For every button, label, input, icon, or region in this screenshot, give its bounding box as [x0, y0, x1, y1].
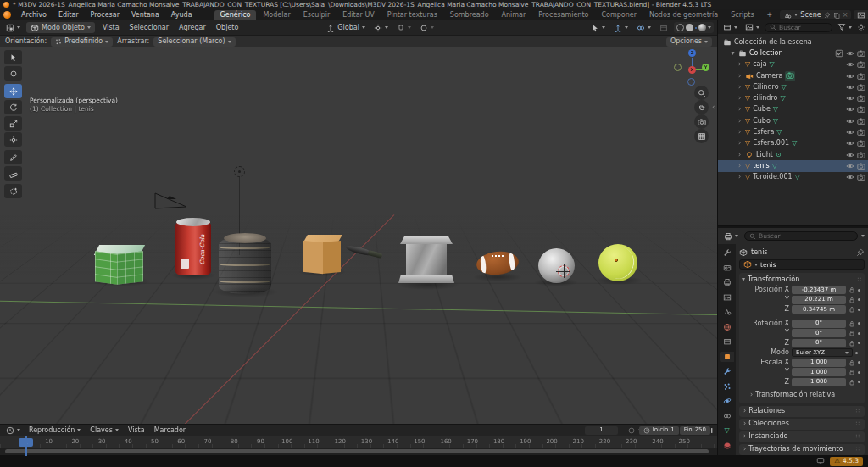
pin-icon[interactable] [824, 12, 831, 19]
animate-dot[interactable] [858, 298, 860, 301]
tool-cursor[interactable] [4, 66, 22, 81]
tab-view-layer[interactable] [720, 292, 734, 303]
menu-item[interactable]: Ayuda [166, 11, 198, 19]
transform-value-field[interactable]: -0.23437 m [792, 286, 846, 294]
tab-particles[interactable] [720, 381, 734, 392]
viewport-3d[interactable]: Personalizada (perspectiva) (1) Collecti… [0, 47, 717, 424]
lock-icon[interactable] [849, 340, 855, 347]
camera-visibility-icon[interactable] [857, 49, 865, 58]
viewport-menu-item[interactable]: Objeto [212, 23, 243, 33]
camera-object[interactable] [153, 188, 192, 215]
tab-object-data[interactable]: ▽ [720, 425, 734, 436]
coke-can-object[interactable]: Coca-Cola [175, 218, 212, 277]
timeline-menu-marker[interactable]: Marcador [151, 426, 189, 435]
gizmos-toggle[interactable] [611, 22, 631, 33]
version-badge[interactable]: ⚠ 4.5.3 [830, 457, 863, 466]
tool-annotate[interactable] [4, 150, 22, 164]
gizmo-z-ball[interactable]: Z [688, 49, 696, 57]
tab-render[interactable] [720, 263, 734, 273]
lock-icon[interactable] [849, 330, 855, 336]
outliner-scene-collection[interactable]: Colección de la escena [718, 36, 868, 47]
outliner-item-caja[interactable]: ›▽ caja ▽ [718, 59, 868, 70]
animate-dot[interactable] [858, 289, 860, 292]
workspace-tab[interactable]: Scripts [725, 10, 760, 20]
properties-search-input[interactable] [759, 232, 853, 240]
eye-icon[interactable] [846, 105, 854, 114]
tab-output[interactable] [720, 277, 734, 287]
properties-editor-dropdown[interactable] [721, 231, 741, 242]
copy-icon[interactable] [833, 12, 840, 19]
outliner-item-esfera[interactable]: ›▽ Esfera ▽ [718, 126, 868, 137]
outliner-item-cilindro2[interactable]: ›▽ cilindro ▽ [718, 92, 868, 103]
tab-collection[interactable] [720, 336, 734, 347]
workspace-tab[interactable]: Procesamiento [532, 10, 594, 20]
knife-object[interactable] [346, 242, 385, 261]
eye-icon[interactable] [846, 151, 854, 159]
properties-options-dropdown[interactable] [861, 235, 865, 237]
outliner-collection[interactable]: ▾ Collection [718, 47, 868, 58]
mode-dropdown[interactable]: Modo Objeto [26, 22, 95, 33]
viewport-menu-item[interactable]: Seleccionar [125, 23, 173, 33]
lock-icon[interactable] [849, 306, 855, 313]
collapsed-panel[interactable]: › Relaciones ∷ [739, 406, 865, 417]
outliner-item-esfera001[interactable]: ›▽ Esfera.001 ▽ [718, 138, 868, 149]
cardboard-box-object[interactable] [303, 235, 341, 273]
zoom-button[interactable] [694, 86, 709, 100]
tab-scene[interactable] [720, 307, 734, 317]
snap-toggle[interactable] [394, 22, 414, 33]
transform-value-field[interactable]: 0° [792, 320, 846, 328]
drag-action-dropdown[interactable]: Seleccionar (Marco) [153, 37, 235, 47]
gizmo-x-ball[interactable]: X [688, 66, 696, 74]
animate-dot[interactable] [858, 381, 860, 383]
properties-search[interactable] [744, 231, 858, 241]
tool-rotate[interactable] [4, 100, 22, 114]
tab-tool[interactable] [720, 247, 734, 258]
outliner-item-cubo[interactable]: ›▽ Cubo ▽ [718, 115, 868, 126]
collapsed-panel[interactable]: › Instanciado ∷ [739, 431, 865, 442]
eye-icon[interactable] [846, 162, 854, 170]
green-crate-object[interactable] [95, 245, 144, 284]
workspace-tab[interactable]: Modelar [257, 10, 296, 20]
eye-icon[interactable] [846, 173, 854, 181]
camera-visibility-icon[interactable] [857, 162, 865, 170]
shading-wireframe-icon[interactable] [676, 24, 684, 31]
transform-value-field[interactable]: 1.000 [792, 359, 846, 367]
panel-grip[interactable]: ∷ [858, 277, 862, 283]
xray-toggle[interactable] [657, 22, 670, 33]
outliner-display-mode-dropdown[interactable] [721, 22, 740, 33]
outliner-search[interactable] [765, 23, 832, 32]
region-collapse-arrow[interactable]: ‹ [712, 103, 715, 111]
viewlayer-selector[interactable]: ViewLayer × [854, 10, 868, 19]
pivot-point-dropdown[interactable] [371, 22, 391, 33]
tool-select-box[interactable] [4, 50, 22, 64]
transform-value-field[interactable]: 0.34745 m [792, 305, 846, 314]
viewport-menu-item[interactable]: Agregar [175, 23, 210, 33]
tennis-ball-object[interactable] [598, 244, 637, 281]
gizmo-minus-x-ball[interactable] [674, 64, 682, 71]
playhead-line[interactable] [25, 436, 27, 456]
transform-value-field[interactable]: 0° [792, 329, 846, 337]
eye-icon[interactable] [846, 94, 854, 103]
camera-visibility-icon[interactable] [857, 83, 865, 92]
camera-visibility-icon[interactable] [857, 105, 865, 114]
workspace-tab[interactable]: Componer [595, 10, 643, 20]
rotation-mode-dropdown[interactable]: Euler XYZ [792, 348, 853, 357]
lock-icon[interactable] [849, 286, 855, 293]
relative-transform-subpanel[interactable]: › Transformación relativa [742, 390, 862, 400]
panel-grip[interactable]: ∷ [856, 434, 860, 440]
eye-icon[interactable] [846, 49, 854, 58]
camera-visibility-icon[interactable] [857, 139, 865, 147]
animate-dot[interactable] [858, 361, 860, 364]
gizmo-minus-z-ball[interactable] [687, 78, 695, 86]
outliner-item-cube[interactable]: ›▽ Cube ▽ [718, 104, 868, 115]
eye-icon[interactable] [846, 128, 854, 136]
eye-icon[interactable] [846, 139, 854, 147]
outliner-item-light[interactable]: › Light ⊙ [718, 149, 868, 160]
collapsed-panel[interactable]: › Trayectorias de movimiento ∷ [739, 444, 865, 455]
transform-value-field[interactable]: 1.000 [792, 368, 846, 376]
camera-view-button[interactable] [694, 114, 709, 129]
tab-physics[interactable] [720, 396, 734, 406]
timeline-ruler[interactable]: 1020304050607080901001101201301401501601… [0, 436, 717, 448]
workspace-tab[interactable]: Pintar texturas [381, 10, 443, 20]
orientation-preset-dropdown[interactable]: Predefinido [51, 37, 113, 47]
